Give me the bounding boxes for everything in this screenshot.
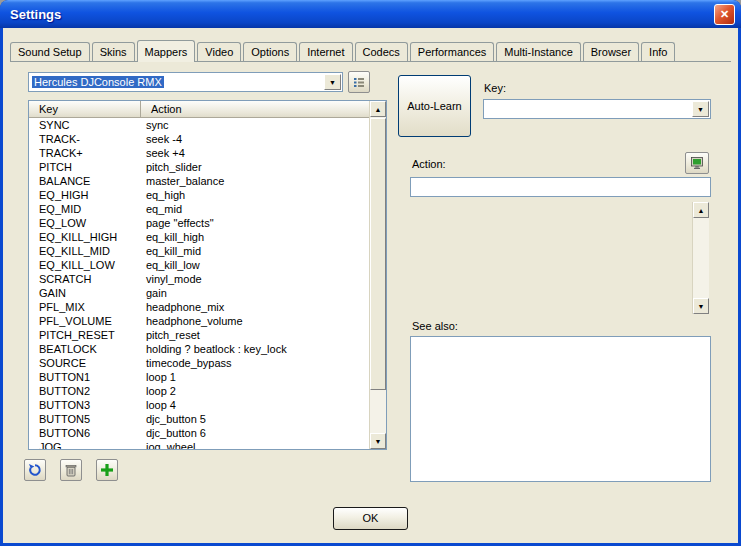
tab[interactable]: Codecs — [355, 42, 408, 61]
scroll-up-button[interactable]: ▲ — [693, 202, 709, 218]
auto-learn-label: Auto-Learn — [407, 100, 461, 112]
key-label: Key: — [484, 82, 506, 94]
table-row[interactable]: BUTTON1 loop 1 — [29, 370, 369, 384]
auto-learn-button[interactable]: Auto-Learn — [398, 75, 471, 137]
see-also-label: See also: — [412, 320, 458, 332]
mapping-list-scrollbar[interactable]: ▲ ▼ — [369, 101, 386, 449]
column-header-key[interactable]: Key — [29, 101, 141, 117]
scroll-down-button[interactable]: ▼ — [370, 433, 386, 449]
table-row[interactable]: PITCH_RESET pitch_reset — [29, 328, 369, 342]
trash-icon — [64, 463, 78, 477]
row-action: seek +4 — [141, 146, 185, 160]
table-row[interactable]: PFL_MIX headphone_mix — [29, 300, 369, 314]
row-key: EQ_MID — [29, 202, 141, 216]
table-row[interactable]: SOURCE timecode_bypass — [29, 356, 369, 370]
mapping-list: Key Action SYNC sync TRACK- seek -4 — [28, 100, 387, 450]
table-row[interactable]: GAIN gain — [29, 286, 369, 300]
tab[interactable]: Multi-Instance — [496, 42, 580, 61]
row-key: GAIN — [29, 286, 141, 300]
action-label: Action: — [412, 158, 446, 170]
row-action: vinyl_mode — [141, 272, 202, 286]
row-key: JOG — [29, 440, 141, 449]
tab-label: Browser — [591, 46, 631, 58]
delete-mapping-button[interactable] — [60, 459, 82, 481]
tab-label: Multi-Instance — [504, 46, 572, 58]
row-key: BUTTON6 — [29, 426, 141, 440]
column-header-action[interactable]: Action — [141, 101, 182, 117]
table-row[interactable]: JOG jog_wheel — [29, 440, 369, 449]
reload-icon — [28, 463, 42, 477]
tab[interactable]: Options — [243, 42, 297, 61]
table-row[interactable]: TRACK+ seek +4 — [29, 146, 369, 160]
row-action: gain — [141, 286, 167, 300]
scrollbar-thumb[interactable] — [370, 118, 386, 390]
row-key: BUTTON1 — [29, 370, 141, 384]
device-combobox-dropdown-button[interactable]: ▼ — [324, 74, 341, 90]
tab[interactable]: Info — [641, 42, 675, 61]
table-row[interactable]: EQ_MID eq_mid — [29, 202, 369, 216]
chevron-down-icon: ▼ — [329, 79, 336, 86]
table-row[interactable]: BEATLOCK holding ? beatlock : key_lock — [29, 342, 369, 356]
tab[interactable]: Performances — [410, 42, 494, 61]
ok-label: OK — [363, 512, 379, 524]
reload-mapping-button[interactable] — [24, 459, 46, 481]
scroll-up-button[interactable]: ▲ — [370, 101, 386, 117]
mapper-list-button[interactable] — [348, 71, 370, 93]
row-key: BALANCE — [29, 174, 141, 188]
row-key: EQ_HIGH — [29, 188, 141, 202]
scroll-down-icon: ▼ — [375, 438, 382, 445]
see-also-listbox[interactable] — [410, 336, 711, 482]
window-title: Settings — [6, 7, 61, 22]
row-key: BUTTON5 — [29, 412, 141, 426]
row-key: BUTTON3 — [29, 398, 141, 412]
tab-label: Mappers — [145, 46, 188, 58]
tab[interactable]: Skins — [92, 42, 135, 61]
key-combobox[interactable]: ▼ — [483, 99, 711, 119]
ok-button[interactable]: OK — [333, 507, 408, 530]
table-row[interactable]: SYNC sync — [29, 118, 369, 132]
table-row[interactable]: BALANCE master_balance — [29, 174, 369, 188]
tab[interactable]: Sound Setup — [10, 42, 90, 61]
device-combobox[interactable]: Hercules DJConsole RMX ▼ — [28, 72, 343, 92]
action-editor-button[interactable] — [685, 152, 709, 174]
tab[interactable]: Mappers — [137, 40, 196, 62]
row-action: loop 4 — [141, 398, 176, 412]
row-action: headphone_volume — [141, 314, 243, 328]
tab[interactable]: Internet — [299, 42, 352, 61]
action-description-scrollbar[interactable]: ▲ ▼ — [692, 202, 709, 314]
mapping-list-rows: SYNC sync TRACK- seek -4 TRACK+ seek +4 — [29, 118, 369, 449]
row-key: BEATLOCK — [29, 342, 141, 356]
table-row[interactable]: PITCH pitch_slider — [29, 160, 369, 174]
table-row[interactable]: EQ_HIGH eq_high — [29, 188, 369, 202]
action-input[interactable] — [410, 177, 711, 197]
table-row[interactable]: TRACK- seek -4 — [29, 132, 369, 146]
tab-bar: Sound Setup Skins Mappers Video Options — [10, 40, 731, 62]
row-action: timecode_bypass — [141, 356, 232, 370]
row-key: TRACK+ — [29, 146, 141, 160]
device-combobox-value: Hercules DJConsole RMX — [29, 76, 324, 88]
row-action: pitch_slider — [141, 160, 202, 174]
add-mapping-button[interactable] — [96, 459, 118, 481]
table-row[interactable]: BUTTON2 loop 2 — [29, 384, 369, 398]
table-row[interactable]: PFL_VOLUME headphone_volume — [29, 314, 369, 328]
scroll-down-button[interactable]: ▼ — [693, 298, 709, 314]
key-combobox-dropdown-button[interactable]: ▼ — [692, 101, 709, 117]
tab[interactable]: Browser — [583, 42, 639, 61]
close-button[interactable]: ✕ — [714, 4, 735, 25]
table-row[interactable]: EQ_LOW page "effects" — [29, 216, 369, 230]
row-key: BUTTON2 — [29, 384, 141, 398]
table-row[interactable]: BUTTON5 djc_button 5 — [29, 412, 369, 426]
row-key: EQ_KILL_LOW — [29, 258, 141, 272]
table-row[interactable]: SCRATCH vinyl_mode — [29, 272, 369, 286]
table-row[interactable]: BUTTON3 loop 4 — [29, 398, 369, 412]
row-action: seek -4 — [141, 132, 182, 146]
tab[interactable]: Video — [197, 42, 241, 61]
table-row[interactable]: EQ_KILL_HIGH eq_kill_high — [29, 230, 369, 244]
row-action: eq_high — [141, 188, 185, 202]
row-action: eq_kill_mid — [141, 244, 201, 258]
table-row[interactable]: BUTTON6 djc_button 6 — [29, 426, 369, 440]
table-row[interactable]: EQ_KILL_LOW eq_kill_low — [29, 258, 369, 272]
scroll-up-icon: ▲ — [375, 106, 382, 113]
table-row[interactable]: EQ_KILL_MID eq_kill_mid — [29, 244, 369, 258]
row-key: EQ_KILL_MID — [29, 244, 141, 258]
